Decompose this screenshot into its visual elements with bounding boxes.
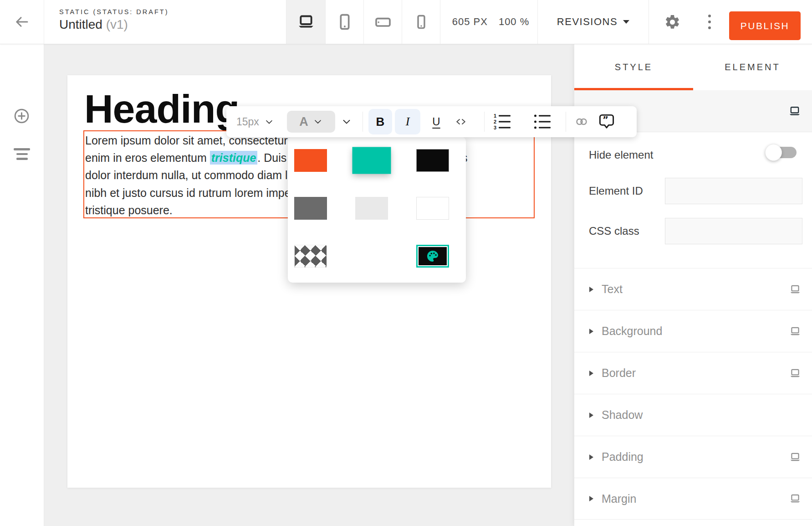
left-rail: [0, 44, 44, 526]
code-icon: [454, 115, 468, 129]
swatch-custom-color[interactable]: [416, 245, 449, 268]
chevron-right-icon: [589, 329, 593, 334]
plus-circle-icon: [13, 108, 30, 124]
css-class-label: CSS class: [589, 225, 639, 237]
settings-button[interactable]: [659, 0, 685, 44]
laptop-icon[interactable]: [789, 451, 801, 463]
chevron-right-icon: [589, 454, 593, 460]
section-shadow[interactable]: Shadow: [574, 394, 812, 436]
chevron-right-icon: [589, 371, 593, 376]
chevron-down-icon: [313, 117, 323, 127]
highlighted-word[interactable]: tristique: [210, 151, 258, 165]
device-phone-landscape-button[interactable]: [364, 0, 402, 44]
bold-button[interactable]: B: [368, 109, 392, 134]
document-version: (v1): [106, 17, 128, 31]
font-size-dropdown[interactable]: 15px: [236, 116, 274, 128]
laptop-icon[interactable]: [789, 325, 801, 337]
palette-icon: [425, 249, 440, 263]
link-icon: [574, 115, 589, 129]
phone-landscape-icon: [374, 13, 392, 31]
toolbar-divider: [484, 112, 485, 132]
document-title-block: STATIC (STATUS: DRAFT) Untitled (v1): [59, 8, 169, 32]
css-class-row: CSS class: [574, 218, 812, 244]
swatch-dark-gray[interactable]: [294, 197, 327, 220]
link-button[interactable]: [574, 115, 589, 129]
toolbar-divider: [566, 112, 566, 132]
code-button[interactable]: [454, 115, 468, 129]
element-id-label: Element ID: [589, 185, 643, 197]
device-preview-switcher: [286, 0, 440, 44]
arrow-left-icon: [14, 14, 30, 30]
chevron-right-icon: [589, 413, 593, 418]
swatch-transparent[interactable]: [294, 245, 327, 268]
toolbar-divider: [363, 112, 363, 132]
element-id-input[interactable]: [665, 178, 802, 204]
top-bar: STATIC (STATUS: DRAFT) Untitled (v1): [0, 0, 812, 44]
layers-button[interactable]: [14, 148, 30, 160]
chevron-down-icon: [264, 117, 274, 127]
caret-down-icon: [623, 20, 629, 24]
tab-element[interactable]: ELEMENT: [693, 44, 812, 90]
text-format-toolbar: 15px A B I U 1 2 3: [226, 106, 637, 137]
page-heading[interactable]: Heading: [84, 89, 239, 129]
underline-button[interactable]: U: [429, 115, 444, 128]
add-element-button[interactable]: [13, 108, 30, 126]
quote-bubble-icon: ”: [597, 113, 616, 131]
chevron-right-icon: [589, 287, 593, 292]
chevron-down-icon: [341, 116, 352, 127]
color-picker-popover: [288, 137, 466, 283]
canvas-size-readout: 605 PX 100 %: [451, 0, 531, 44]
hide-element-label: Hide element: [589, 149, 653, 161]
device-phone-button[interactable]: [402, 0, 440, 44]
canvas-zoom-value: 100 %: [499, 16, 529, 28]
panel-tab-bar: STYLE ELEMENT: [574, 44, 812, 90]
swatch-teal[interactable]: [352, 147, 391, 174]
back-button[interactable]: [0, 0, 44, 44]
chevron-right-icon: [589, 496, 593, 501]
tablet-icon: [336, 13, 354, 31]
document-title: Untitled (v1): [59, 17, 169, 32]
gear-icon: [664, 14, 681, 31]
device-tablet-button[interactable]: [326, 0, 364, 44]
unordered-list-button[interactable]: [534, 114, 551, 130]
section-text[interactable]: Text: [574, 268, 812, 310]
swatch-white[interactable]: [416, 197, 449, 220]
topbar-divider: [537, 0, 538, 44]
more-options-button[interactable]: [700, 0, 720, 44]
section-margin[interactable]: Margin: [574, 478, 812, 520]
publish-button[interactable]: PUBLISH: [729, 11, 801, 40]
swatch-light-gray[interactable]: [355, 197, 388, 220]
italic-button[interactable]: I: [395, 109, 420, 134]
swatch-black[interactable]: [416, 149, 449, 172]
css-class-input[interactable]: [665, 218, 802, 244]
document-status: STATIC (STATUS: DRAFT): [59, 8, 169, 15]
style-accordion: Text Background Border: [574, 268, 812, 520]
laptop-icon[interactable]: [789, 493, 801, 505]
laptop-icon[interactable]: [788, 105, 801, 118]
element-id-row: Element ID: [574, 178, 812, 204]
canvas-width-value: 605 PX: [452, 16, 488, 28]
topbar-divider: [649, 0, 649, 44]
kebab-menu-icon: [708, 15, 711, 29]
laptop-icon[interactable]: [789, 367, 801, 379]
swatch-empty-slot: [355, 245, 388, 268]
hide-element-row: Hide element: [574, 144, 812, 166]
hide-element-toggle[interactable]: [769, 147, 797, 158]
phone-portrait-icon: [413, 13, 430, 31]
tooltip-quote-button[interactable]: ”: [597, 113, 616, 131]
ordered-list-button[interactable]: 1 2 3: [493, 114, 511, 130]
section-background[interactable]: Background: [574, 310, 812, 352]
laptop-icon: [297, 13, 315, 31]
section-padding[interactable]: Padding: [574, 436, 812, 478]
laptop-icon[interactable]: [789, 284, 801, 295]
section-border[interactable]: Border: [574, 352, 812, 394]
revisions-dropdown[interactable]: REVISIONS: [546, 0, 640, 44]
more-format-dropdown[interactable]: [341, 116, 352, 127]
tab-style[interactable]: STYLE: [574, 44, 693, 90]
svg-text:”: ”: [603, 114, 608, 125]
toggle-knob: [765, 144, 782, 161]
text-color-button[interactable]: A: [287, 111, 335, 133]
page-editor: STATIC (STATUS: DRAFT) Untitled (v1): [0, 0, 812, 526]
swatch-orange[interactable]: [294, 149, 327, 172]
device-laptop-button[interactable]: [286, 0, 326, 44]
